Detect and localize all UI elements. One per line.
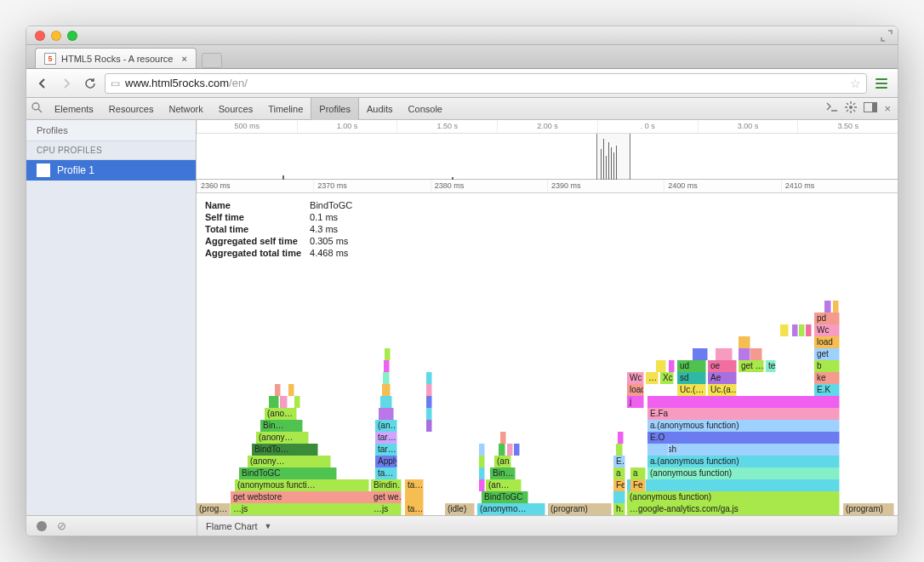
flame-frame[interactable]: sd [677,372,706,384]
flame-frame[interactable]: (prog… [197,503,231,515]
flame-frame[interactable]: Fe [630,479,646,491]
flame-frame[interactable]: Apply [375,456,397,467]
flame-frame[interactable] [669,360,675,372]
flame-frame[interactable]: BindToGC [482,491,528,503]
flame-frame[interactable]: Wc [627,372,644,384]
flame-frame[interactable]: oe [708,360,737,372]
flame-frame[interactable]: E.push [647,444,840,456]
flame-frame[interactable]: tar… [375,444,397,456]
flame-frame[interactable] [739,336,750,348]
record-button[interactable] [37,521,47,531]
flame-frame[interactable]: (idle) [445,503,475,515]
flame-frame[interactable]: te [766,360,776,372]
flame-frame[interactable]: Fe [613,479,625,491]
flame-frame[interactable]: (an… [486,479,522,491]
flame-frame[interactable]: get webstore [231,491,388,503]
flame-frame[interactable] [288,384,294,396]
chrome-menu-button[interactable] [872,74,891,93]
flame-frame[interactable] [514,444,520,456]
flame-frame[interactable]: load [627,384,644,396]
flame-frame[interactable] [613,491,625,503]
flame-frame[interactable] [824,301,831,313]
flame-frame[interactable]: BindToGC [239,467,337,479]
flame-frame[interactable]: Xc [660,372,674,384]
devtools-tab-audits[interactable]: Audits [359,98,401,120]
flame-frame[interactable]: (anonymo… [477,503,545,515]
flame-frame[interactable]: E.Fa [647,408,840,420]
flame-frame[interactable] [618,432,624,444]
flame-frame[interactable] [426,372,432,384]
bookmark-star-icon[interactable]: ☆ [850,77,861,90]
flame-frame[interactable] [739,348,750,360]
flame-frame[interactable] [792,324,798,336]
browser-tab[interactable]: 5 HTML5 Rocks - A resource × [35,48,197,68]
flame-frame[interactable] [750,348,762,360]
flame-frame[interactable] [656,360,666,372]
flame-frame[interactable] [647,396,840,408]
flame-frame[interactable] [806,324,812,336]
flame-frame[interactable]: ke [814,372,840,384]
flame-frame[interactable] [479,456,485,467]
sidebar-item-profile-1[interactable]: Profile 1 [26,160,196,181]
flame-frame[interactable]: (program) [548,503,612,515]
flame-frame[interactable] [693,348,708,360]
devtools-tab-timeline[interactable]: Timeline [260,98,311,120]
flame-frame[interactable] [500,432,506,444]
view-selector[interactable]: Flame Chart ▼ [197,521,280,531]
devtools-close-icon[interactable]: × [884,102,891,115]
settings-gear-icon[interactable] [845,101,857,116]
flame-frame[interactable]: ta… [405,503,424,515]
flame-frame[interactable] [799,324,805,336]
flame-chart[interactable]: NameBindToGCSelf time0.1 msTotal time4.3… [197,193,898,515]
flame-frame[interactable]: (ano… [265,408,297,420]
flame-frame[interactable]: (anonymous functi… [235,479,369,491]
flame-frame[interactable]: a.(anonymous function) [647,420,840,432]
flame-frame[interactable]: b [814,360,840,372]
clear-button[interactable]: ⊘ [57,519,66,532]
flame-frame[interactable]: ta… [405,479,424,491]
devtools-tab-sources[interactable]: Sources [211,98,260,120]
console-toggle-icon[interactable] [826,102,838,115]
flame-frame[interactable] [380,396,392,408]
flame-frame[interactable]: …js [231,503,388,515]
flame-frame[interactable]: …js [371,503,402,515]
flame-frame[interactable] [379,408,394,420]
flame-frame[interactable] [499,444,505,456]
flame-frame[interactable] [426,384,432,396]
new-tab-button[interactable] [202,53,222,68]
devtools-tab-network[interactable]: Network [161,98,210,120]
flame-frame[interactable]: (program) [843,503,894,515]
flame-frame[interactable]: E… [613,456,625,467]
flame-frame[interactable] [294,396,300,408]
window-minimize-button[interactable] [51,31,61,41]
flame-frame[interactable] [833,301,839,313]
flame-frame[interactable]: Bin… [260,420,303,432]
flame-frame[interactable]: E.O [647,432,840,444]
close-tab-icon[interactable]: × [181,54,186,64]
flame-frame[interactable]: a [630,467,646,479]
flame-frame[interactable]: get we… [371,491,402,503]
flame-frame[interactable] [269,396,279,408]
window-expand-icon[interactable] [881,30,893,42]
flame-frame[interactable] [479,467,485,479]
flame-frame[interactable]: get [814,348,840,360]
flame-frame[interactable]: (anonymous function) [647,467,840,479]
flame-frame[interactable]: get … [739,360,764,372]
devtools-tab-console[interactable]: Console [401,98,450,120]
flame-frame[interactable]: a.(anonymous function) [647,456,840,467]
flame-frame[interactable] [426,396,432,408]
flame-frame[interactable]: BindTo… [252,444,318,456]
flame-frame[interactable]: h… [613,503,625,515]
flame-frame[interactable]: … [646,372,659,384]
flame-frame[interactable] [280,396,288,408]
flame-frame[interactable]: pd [814,313,840,324]
flame-frame[interactable] [716,348,733,360]
flame-frame[interactable]: j [627,396,644,408]
flame-frame[interactable] [616,444,623,456]
flame-frame[interactable] [479,444,485,456]
flame-frame[interactable] [385,348,391,360]
flame-frame[interactable]: tar… [375,432,397,444]
flame-frame[interactable]: a [613,467,625,479]
flame-frame[interactable]: …google-analytics.com/ga.js [627,503,840,515]
back-button[interactable] [33,74,52,93]
